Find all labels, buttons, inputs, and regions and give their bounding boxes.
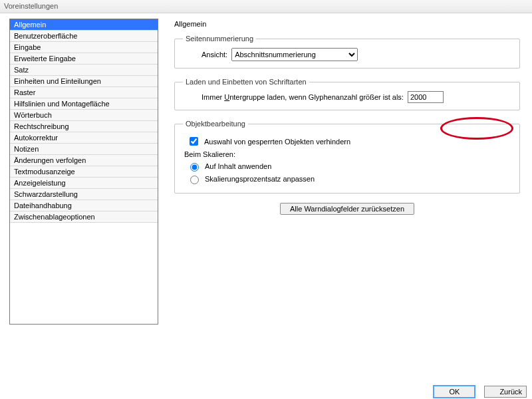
label-subset: Immer Untergruppe laden, wenn Glyphenanz…: [201, 93, 404, 101]
row-view: Ansicht: Abschnittsnummerierung: [183, 48, 511, 61]
input-glyph-threshold[interactable]: [408, 91, 444, 103]
button-reset-warnings[interactable]: Alle Warndialogfelder zurücksetzen: [280, 203, 414, 215]
radio-adjust-percent[interactable]: [190, 176, 199, 184]
sidebar-item[interactable]: Schwarzdarstellung: [10, 189, 158, 200]
label-view: Ansicht:: [201, 51, 227, 59]
sidebar-item[interactable]: Benutzeroberfläche: [10, 31, 158, 42]
group-font-loading: Laden und Einbetten von Schriftarten Imm…: [174, 78, 520, 110]
window-title: Voreinstellungen: [4, 2, 58, 10]
category-sidebar: AllgemeinBenutzeroberflächeEingabeErweit…: [9, 19, 158, 325]
button-ok[interactable]: OK: [434, 386, 475, 398]
label-scaling: Beim Skalieren:: [184, 150, 511, 158]
select-view[interactable]: Abschnittsnummerierung: [231, 48, 358, 61]
row-radio-content: Auf Inhalt anwenden: [187, 161, 511, 172]
row-subset: Immer Untergruppe laden, wenn Glyphenanz…: [183, 91, 511, 103]
sidebar-item[interactable]: Zwischenablageoptionen: [10, 211, 158, 223]
sidebar-item[interactable]: Wörterbuch: [10, 110, 158, 121]
sidebar-item[interactable]: Änderungen verfolgen: [10, 155, 158, 166]
reset-wrap: Alle Warndialogfelder zurücksetzen: [174, 203, 520, 215]
legend-page-numbering: Seitennummerierung: [183, 35, 256, 43]
sidebar-item[interactable]: Satz: [10, 65, 158, 76]
main-panel: Allgemein Seitennummerierung Ansicht: Ab…: [158, 13, 532, 386]
button-back[interactable]: Zurück: [484, 386, 527, 398]
sidebar-item[interactable]: Eingabe: [10, 42, 158, 53]
row-radio-percent: Skalierungsprozentsatz anpassen: [187, 174, 511, 184]
page-title: Allgemein: [174, 20, 520, 28]
sidebar-item[interactable]: Dateihandhabung: [10, 200, 158, 211]
sidebar-item[interactable]: Allgemein: [10, 19, 158, 31]
sidebar-item[interactable]: Erweiterte Eingabe: [10, 53, 158, 65]
legend-font-loading: Laden und Einbetten von Schriftarten: [183, 78, 309, 86]
label-prevent-locked[interactable]: Auswahl von gesperrten Objekten verhinde…: [204, 138, 350, 146]
group-page-numbering: Seitennummerierung Ansicht: Abschnittsnu…: [174, 35, 520, 68]
label-adjust-percent[interactable]: Skalierungsprozentsatz anpassen: [205, 175, 315, 183]
label-apply-content[interactable]: Auf Inhalt anwenden: [205, 162, 271, 170]
checkbox-prevent-locked[interactable]: [190, 137, 198, 146]
sidebar-item[interactable]: Raster: [10, 87, 158, 98]
dialog-footer: OK Zurück: [434, 386, 532, 399]
group-object-editing: Objektbearbeitung Auswahl von gesperrten…: [174, 120, 520, 194]
radio-apply-content[interactable]: [190, 163, 199, 172]
window-titlebar: Voreinstellungen: [0, 0, 532, 13]
sidebar-item[interactable]: Rechtschreibung: [10, 121, 158, 132]
sidebar-item[interactable]: Autokorrektur: [10, 132, 158, 144]
sidebar-item[interactable]: Anzeigeleistung: [10, 178, 158, 189]
dialog-body: AllgemeinBenutzeroberflächeEingabeErweit…: [0, 13, 532, 386]
row-prevent-locked: Auswahl von gesperrten Objekten verhinde…: [187, 135, 511, 148]
sidebar-item[interactable]: Einheiten und Einteilungen: [10, 76, 158, 87]
sidebar-item[interactable]: Notizen: [10, 144, 158, 155]
sidebar-item[interactable]: Textmodusanzeige: [10, 166, 158, 178]
sidebar-item[interactable]: Hilfslinien und Montagefläche: [10, 98, 158, 110]
legend-object-editing: Objektbearbeitung: [183, 120, 248, 128]
